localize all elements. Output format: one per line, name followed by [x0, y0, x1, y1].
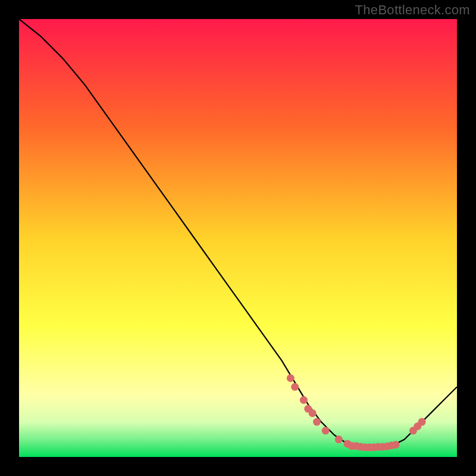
data-point	[309, 409, 317, 417]
data-point	[291, 383, 299, 391]
data-point	[300, 396, 308, 404]
chart-frame: TheBottleneck.com	[0, 0, 476, 476]
bottleneck-plot	[19, 19, 457, 457]
data-point	[418, 418, 426, 426]
data-point	[313, 418, 321, 426]
watermark-text: TheBottleneck.com	[355, 2, 470, 18]
data-point	[335, 436, 343, 443]
plot-area	[19, 19, 457, 457]
data-point	[322, 427, 330, 434]
data-point	[392, 441, 399, 449]
data-point	[287, 374, 295, 382]
